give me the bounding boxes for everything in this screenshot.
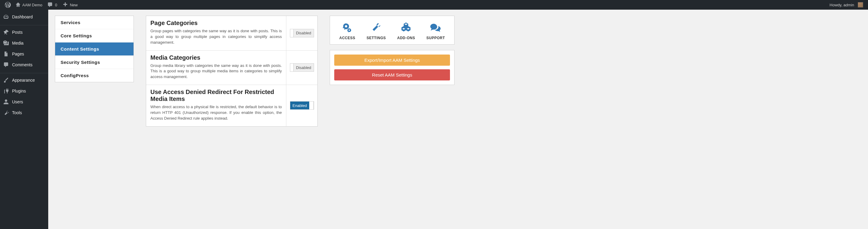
menu-separator <box>0 72 48 73</box>
tab-label: Services <box>61 20 81 25</box>
toggle-access-denied-redirect[interactable]: Enabled <box>290 101 314 110</box>
setting-description: When direct access to a physical file is… <box>150 104 282 122</box>
nav-support[interactable]: SUPPORT <box>427 22 445 40</box>
setting-title: Media Categories <box>150 54 282 61</box>
setting-description: Group media library with categories the … <box>150 63 282 80</box>
setting-title: Page Categories <box>150 20 282 27</box>
menu-separator <box>0 24 48 25</box>
setting-title: Use Access Denied Redirect For Restricte… <box>150 89 282 102</box>
tab-security-settings[interactable]: Security Settings <box>55 56 133 69</box>
brush-icon <box>3 77 9 83</box>
setting-access-denied-redirect: Use Access Denied Redirect For Restricte… <box>146 85 317 126</box>
comment-icon <box>3 62 9 68</box>
comments-count: 0 <box>55 3 57 7</box>
aam-actions: Export/Import AAM Settings Reset AAM Set… <box>330 50 455 85</box>
menu-label: Tools <box>12 110 22 115</box>
reset-settings-button[interactable]: Reset AAM Settings <box>334 69 450 80</box>
nav-addons[interactable]: ADD-ONS <box>397 22 415 40</box>
menu-label: Posts <box>12 30 23 35</box>
cogs-icon <box>342 22 352 33</box>
my-account[interactable]: Howdy, admin <box>827 0 866 10</box>
menu-comments[interactable]: Comments <box>0 59 48 70</box>
toggle-media-categories[interactable]: Disabled <box>290 63 314 72</box>
menu-label: Users <box>12 99 23 104</box>
button-label: Export/Import AAM Settings <box>364 58 420 63</box>
setting-media-categories: Media Categories Group media library wit… <box>146 51 317 85</box>
menu-tools[interactable]: Tools <box>0 107 48 118</box>
setting-description: Group pages with categories the same way… <box>150 28 282 45</box>
tab-label: Core Settings <box>61 33 92 38</box>
nav-caption: ACCESS <box>339 36 355 40</box>
wordpress-icon <box>5 2 11 8</box>
plug-icon <box>3 88 9 94</box>
menu-label: Plugins <box>12 89 26 93</box>
settings-panel: Page Categories Group pages with categor… <box>146 16 318 127</box>
menu-posts[interactable]: Posts <box>0 27 48 38</box>
site-title-text: AAM Demo <box>22 3 42 7</box>
menu-dashboard[interactable]: Dashboard <box>0 11 48 22</box>
settings-nav: Services Core Settings Content Settings … <box>55 16 134 82</box>
toggle-label: Disabled <box>293 64 314 71</box>
dashboard-icon <box>3 14 9 20</box>
menu-appearance[interactable]: Appearance <box>0 75 48 86</box>
new-label: New <box>70 3 78 7</box>
nav-caption: SETTINGS <box>367 36 386 40</box>
comment-icon <box>47 2 53 8</box>
admin-bar: AAM Demo 0 New Howdy, admin <box>0 0 868 10</box>
aam-nav-icons: ACCESS SETTINGS ADD-ONS SUPPORT <box>330 16 455 44</box>
right-panel: ACCESS SETTINGS ADD-ONS SUPPORT Export/I… <box>330 16 455 85</box>
wp-logo[interactable] <box>2 0 13 10</box>
toggle-page-categories[interactable]: Disabled <box>290 29 314 37</box>
nav-caption: SUPPORT <box>427 36 445 40</box>
user-icon <box>3 99 9 105</box>
cubes-icon <box>401 22 411 33</box>
pin-icon <box>3 29 9 35</box>
tab-content-settings[interactable]: Content Settings <box>55 42 133 56</box>
nav-access[interactable]: ACCESS <box>339 22 355 40</box>
main-content: Services Core Settings Content Settings … <box>48 10 868 229</box>
plus-icon <box>62 2 68 8</box>
tab-label: ConfigPress <box>61 73 89 78</box>
menu-label: Media <box>12 41 24 45</box>
tab-services[interactable]: Services <box>55 16 133 29</box>
home-icon <box>16 2 21 7</box>
toggle-label: Disabled <box>293 29 314 37</box>
menu-media[interactable]: Media <box>0 38 48 48</box>
toggle-handle <box>290 64 293 71</box>
media-icon <box>3 40 9 46</box>
menu-label: Comments <box>12 62 33 67</box>
toggle-handle <box>309 102 313 109</box>
nav-settings[interactable]: SETTINGS <box>367 22 386 40</box>
tab-core-settings[interactable]: Core Settings <box>55 29 133 42</box>
tab-label: Security Settings <box>61 60 100 65</box>
wrench-icon <box>371 22 381 33</box>
menu-users[interactable]: Users <box>0 96 48 107</box>
tab-configpress[interactable]: ConfigPress <box>55 69 133 82</box>
menu-plugins[interactable]: Plugins <box>0 86 48 96</box>
menu-pages[interactable]: Pages <box>0 48 48 59</box>
site-name[interactable]: AAM Demo <box>13 0 44 10</box>
menu-label: Appearance <box>12 78 35 83</box>
toggle-label: Enabled <box>290 102 310 109</box>
new-content[interactable]: New <box>60 0 80 10</box>
comments-link[interactable]: 0 <box>44 0 59 10</box>
pages-icon <box>3 51 9 57</box>
howdy-text: Howdy, admin <box>830 3 854 7</box>
tab-label: Content Settings <box>61 46 99 52</box>
button-label: Reset AAM Settings <box>372 72 412 77</box>
export-import-button[interactable]: Export/Import AAM Settings <box>334 55 450 66</box>
menu-label: Dashboard <box>12 14 33 19</box>
toggle-handle <box>290 29 293 37</box>
chat-icon <box>430 22 441 33</box>
setting-page-categories: Page Categories Group pages with categor… <box>146 16 317 51</box>
nav-caption: ADD-ONS <box>397 36 415 40</box>
admin-menu: Dashboard Posts Media Pages Comments App… <box>0 10 48 229</box>
wrench-icon <box>3 110 9 116</box>
avatar <box>858 2 863 7</box>
menu-label: Pages <box>12 52 24 56</box>
